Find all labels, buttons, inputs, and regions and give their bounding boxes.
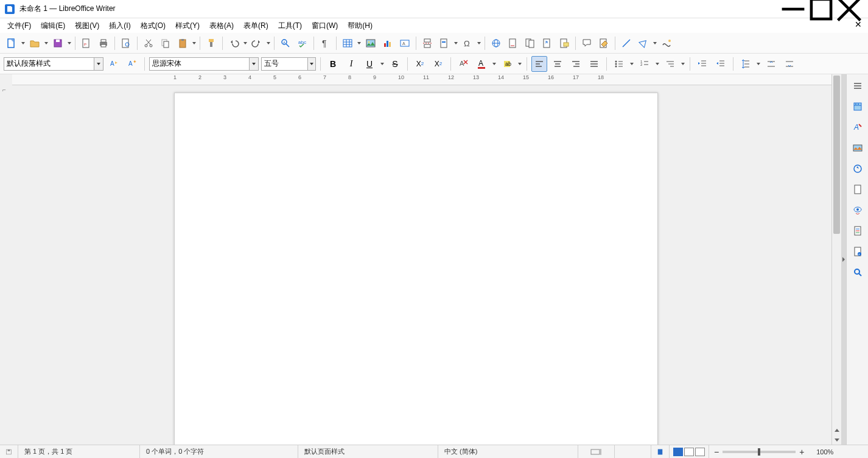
zoom-in-button[interactable]: + — [799, 447, 804, 457]
highlight-button[interactable]: ab — [499, 56, 515, 72]
table-dropdown[interactable] — [357, 42, 362, 44]
language[interactable]: 中文 (简体) — [438, 445, 578, 458]
menu-format[interactable]: 格式(O) — [136, 19, 170, 32]
underline-dropdown[interactable] — [380, 63, 385, 65]
align-center-button[interactable] — [550, 56, 565, 72]
formatting-marks-button[interactable]: ¶ — [317, 35, 333, 51]
underline-button[interactable]: U — [362, 56, 377, 72]
menu-styles[interactable]: 样式(Y) — [170, 19, 205, 32]
signature-status[interactable] — [651, 445, 670, 458]
new-dropdown[interactable] — [21, 42, 26, 44]
font-name-combo[interactable] — [149, 57, 259, 71]
sidebar-collapse-handle[interactable] — [841, 74, 846, 445]
bullet-list-button[interactable] — [611, 56, 627, 72]
menu-insert[interactable]: 插入(I) — [104, 19, 135, 32]
document-close-button[interactable]: ✕ — [855, 19, 862, 29]
cut-button[interactable] — [141, 35, 156, 51]
find-replace-button[interactable]: A — [278, 35, 293, 51]
menu-edit[interactable]: 编辑(E) — [36, 19, 70, 32]
decrease-indent-button[interactable] — [713, 56, 729, 72]
menu-table[interactable]: 表格(A) — [205, 19, 239, 32]
font-color-button[interactable]: A — [474, 56, 489, 72]
field-dropdown[interactable] — [453, 42, 458, 44]
paragraph-style-dropdown[interactable] — [94, 58, 103, 70]
save-dropdown[interactable] — [67, 42, 72, 44]
open-dropdown[interactable] — [44, 42, 49, 44]
sidebar-menu-icon[interactable] — [850, 78, 866, 94]
menu-file[interactable]: 文件(F) — [2, 19, 36, 32]
align-justify-button[interactable] — [586, 56, 602, 72]
view-single-page[interactable] — [673, 448, 683, 456]
insert-page-break-button[interactable] — [419, 35, 435, 51]
font-color-dropdown[interactable] — [492, 63, 497, 65]
undo-dropdown[interactable] — [243, 42, 248, 44]
redo-button[interactable] — [249, 35, 265, 51]
font-size-input[interactable] — [262, 60, 307, 68]
redo-dropdown[interactable] — [266, 42, 271, 44]
insert-mode[interactable] — [578, 445, 615, 458]
insert-cross-reference-button[interactable] — [539, 35, 555, 51]
menu-tools[interactable]: 工具(T) — [273, 19, 307, 32]
highlight-dropdown[interactable] — [517, 63, 522, 65]
clear-formatting-button[interactable]: A — [455, 56, 471, 72]
vertical-scrollbar[interactable] — [831, 74, 841, 445]
numbered-list-button[interactable]: 12 — [637, 56, 653, 72]
sidebar-navigator-icon[interactable] — [850, 161, 866, 177]
minimize-button[interactable] — [779, 0, 807, 18]
clone-formatting-button[interactable] — [203, 35, 219, 51]
selection-mode[interactable] — [615, 445, 651, 458]
menu-help[interactable]: 帮助(H) — [343, 19, 377, 32]
insert-field-button[interactable] — [436, 35, 452, 51]
bold-button[interactable]: B — [325, 56, 341, 72]
menu-view[interactable]: 视图(V) — [70, 19, 104, 32]
insert-line-button[interactable] — [618, 35, 634, 51]
page-count[interactable]: 第 1 页，共 1 页 — [18, 445, 140, 458]
strikethrough-button[interactable]: S — [387, 56, 403, 72]
font-name-dropdown[interactable] — [249, 58, 258, 70]
horizontal-ruler[interactable]: 123456789101112131415161718 — [12, 74, 831, 85]
align-right-button[interactable] — [568, 56, 584, 72]
sidebar-page-icon[interactable] — [850, 181, 866, 197]
outline-button[interactable] — [662, 56, 678, 72]
increase-indent-button[interactable] — [695, 56, 710, 72]
export-pdf-button[interactable]: P — [79, 35, 94, 51]
paste-dropdown[interactable] — [192, 42, 197, 44]
document-page[interactable] — [174, 93, 658, 445]
scroll-up-button[interactable] — [832, 425, 841, 435]
new-style-button[interactable]: A✦ — [124, 56, 140, 72]
sidebar-properties-icon[interactable] — [850, 99, 866, 114]
scrollbar-thumb[interactable] — [833, 76, 840, 234]
zoom-slider[interactable] — [723, 451, 796, 453]
insert-footnote-button[interactable] — [505, 35, 521, 51]
paragraph-style-input[interactable] — [4, 60, 94, 68]
insert-image-button[interactable] — [363, 35, 379, 51]
increase-spacing-button[interactable] — [763, 56, 779, 72]
bullet-dropdown[interactable] — [629, 63, 634, 65]
sidebar-style-inspector-icon[interactable] — [850, 202, 866, 218]
paragraph-style-combo[interactable] — [4, 57, 103, 71]
print-button[interactable] — [96, 35, 111, 51]
track-changes-comment-button[interactable] — [579, 35, 595, 51]
outline-dropdown[interactable] — [681, 63, 685, 65]
page-style[interactable]: 默认页面样式 — [298, 445, 438, 458]
font-size-dropdown[interactable] — [307, 58, 315, 70]
save-button[interactable] — [50, 35, 66, 51]
draw-functions-button[interactable] — [659, 35, 674, 51]
subscript-button[interactable]: X2 — [430, 56, 446, 72]
spellcheck-button[interactable]: abc — [295, 35, 310, 51]
undo-button[interactable] — [226, 35, 242, 51]
insert-bookmark-button[interactable] — [522, 35, 538, 51]
copy-button[interactable] — [158, 35, 173, 51]
insert-symbol-button[interactable]: Ω — [460, 35, 475, 51]
save-status-icon[interactable] — [0, 445, 18, 458]
decrease-spacing-button[interactable] — [782, 56, 797, 72]
paste-button[interactable] — [175, 35, 191, 51]
zoom-percent[interactable]: 100% — [809, 445, 839, 458]
word-count[interactable]: 0 个单词，0 个字符 — [140, 445, 298, 458]
view-book[interactable] — [695, 448, 705, 456]
font-name-input[interactable] — [150, 60, 249, 68]
insert-comment-button[interactable] — [556, 35, 572, 51]
align-left-button[interactable] — [531, 56, 547, 72]
insert-chart-button[interactable] — [380, 35, 396, 51]
maximize-button[interactable] — [807, 0, 835, 18]
